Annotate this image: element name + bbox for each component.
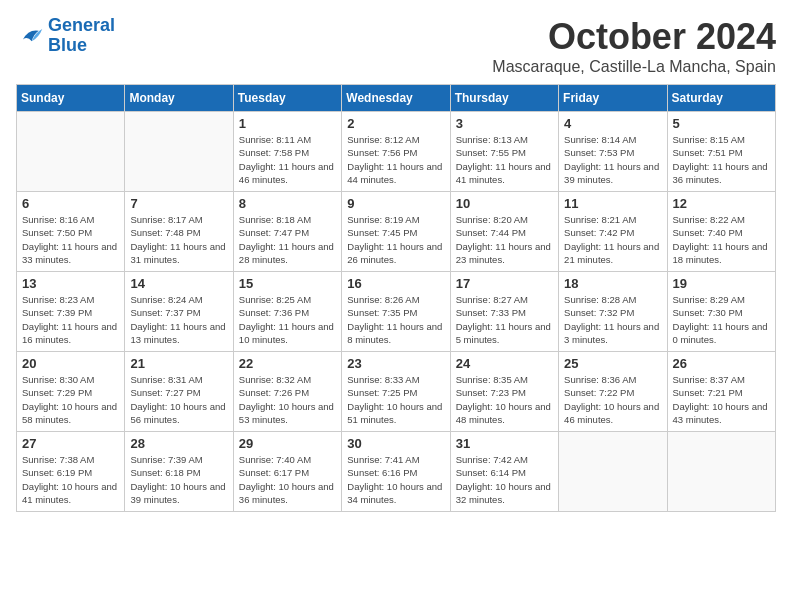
calendar-cell: 1Sunrise: 8:11 AM Sunset: 7:58 PM Daylig… (233, 112, 341, 192)
calendar-cell: 8Sunrise: 8:18 AM Sunset: 7:47 PM Daylig… (233, 192, 341, 272)
calendar-cell: 26Sunrise: 8:37 AM Sunset: 7:21 PM Dayli… (667, 352, 775, 432)
calendar-cell: 14Sunrise: 8:24 AM Sunset: 7:37 PM Dayli… (125, 272, 233, 352)
day-info: Sunrise: 8:37 AM Sunset: 7:21 PM Dayligh… (673, 373, 770, 426)
day-number: 6 (22, 196, 119, 211)
day-info: Sunrise: 7:38 AM Sunset: 6:19 PM Dayligh… (22, 453, 119, 506)
day-number: 15 (239, 276, 336, 291)
calendar-cell: 10Sunrise: 8:20 AM Sunset: 7:44 PM Dayli… (450, 192, 558, 272)
day-info: Sunrise: 8:28 AM Sunset: 7:32 PM Dayligh… (564, 293, 661, 346)
weekday-header: Friday (559, 85, 667, 112)
calendar-cell: 29Sunrise: 7:40 AM Sunset: 6:17 PM Dayli… (233, 432, 341, 512)
calendar-cell: 12Sunrise: 8:22 AM Sunset: 7:40 PM Dayli… (667, 192, 775, 272)
weekday-header: Sunday (17, 85, 125, 112)
day-info: Sunrise: 8:29 AM Sunset: 7:30 PM Dayligh… (673, 293, 770, 346)
day-info: Sunrise: 8:33 AM Sunset: 7:25 PM Dayligh… (347, 373, 444, 426)
day-number: 25 (564, 356, 661, 371)
calendar-cell: 3Sunrise: 8:13 AM Sunset: 7:55 PM Daylig… (450, 112, 558, 192)
day-number: 19 (673, 276, 770, 291)
calendar-cell: 21Sunrise: 8:31 AM Sunset: 7:27 PM Dayli… (125, 352, 233, 432)
day-number: 5 (673, 116, 770, 131)
day-number: 17 (456, 276, 553, 291)
weekday-header-row: SundayMondayTuesdayWednesdayThursdayFrid… (17, 85, 776, 112)
weekday-header: Monday (125, 85, 233, 112)
calendar-cell: 30Sunrise: 7:41 AM Sunset: 6:16 PM Dayli… (342, 432, 450, 512)
month-title: October 2024 (492, 16, 776, 58)
calendar-week-row: 20Sunrise: 8:30 AM Sunset: 7:29 PM Dayli… (17, 352, 776, 432)
day-info: Sunrise: 8:16 AM Sunset: 7:50 PM Dayligh… (22, 213, 119, 266)
calendar-week-row: 27Sunrise: 7:38 AM Sunset: 6:19 PM Dayli… (17, 432, 776, 512)
day-number: 4 (564, 116, 661, 131)
page-header: General Blue October 2024 Mascaraque, Ca… (16, 16, 776, 76)
day-info: Sunrise: 8:32 AM Sunset: 7:26 PM Dayligh… (239, 373, 336, 426)
day-number: 14 (130, 276, 227, 291)
day-number: 13 (22, 276, 119, 291)
logo-text: General Blue (48, 16, 115, 56)
day-number: 29 (239, 436, 336, 451)
day-number: 12 (673, 196, 770, 211)
day-number: 27 (22, 436, 119, 451)
day-info: Sunrise: 8:26 AM Sunset: 7:35 PM Dayligh… (347, 293, 444, 346)
day-info: Sunrise: 8:24 AM Sunset: 7:37 PM Dayligh… (130, 293, 227, 346)
day-info: Sunrise: 7:39 AM Sunset: 6:18 PM Dayligh… (130, 453, 227, 506)
day-number: 2 (347, 116, 444, 131)
day-info: Sunrise: 8:31 AM Sunset: 7:27 PM Dayligh… (130, 373, 227, 426)
day-number: 8 (239, 196, 336, 211)
day-number: 7 (130, 196, 227, 211)
calendar-cell: 19Sunrise: 8:29 AM Sunset: 7:30 PM Dayli… (667, 272, 775, 352)
day-info: Sunrise: 8:11 AM Sunset: 7:58 PM Dayligh… (239, 133, 336, 186)
day-info: Sunrise: 8:23 AM Sunset: 7:39 PM Dayligh… (22, 293, 119, 346)
weekday-header: Tuesday (233, 85, 341, 112)
title-block: October 2024 Mascaraque, Castille-La Man… (492, 16, 776, 76)
day-info: Sunrise: 8:22 AM Sunset: 7:40 PM Dayligh… (673, 213, 770, 266)
day-info: Sunrise: 8:36 AM Sunset: 7:22 PM Dayligh… (564, 373, 661, 426)
calendar-cell: 4Sunrise: 8:14 AM Sunset: 7:53 PM Daylig… (559, 112, 667, 192)
logo-line1: General (48, 15, 115, 35)
calendar-cell: 2Sunrise: 8:12 AM Sunset: 7:56 PM Daylig… (342, 112, 450, 192)
logo-icon (16, 22, 44, 50)
calendar-cell: 7Sunrise: 8:17 AM Sunset: 7:48 PM Daylig… (125, 192, 233, 272)
weekday-header: Wednesday (342, 85, 450, 112)
calendar-cell: 15Sunrise: 8:25 AM Sunset: 7:36 PM Dayli… (233, 272, 341, 352)
calendar-cell: 23Sunrise: 8:33 AM Sunset: 7:25 PM Dayli… (342, 352, 450, 432)
calendar-week-row: 6Sunrise: 8:16 AM Sunset: 7:50 PM Daylig… (17, 192, 776, 272)
day-number: 9 (347, 196, 444, 211)
calendar-cell: 27Sunrise: 7:38 AM Sunset: 6:19 PM Dayli… (17, 432, 125, 512)
location-title: Mascaraque, Castille-La Mancha, Spain (492, 58, 776, 76)
calendar-cell (17, 112, 125, 192)
day-info: Sunrise: 8:18 AM Sunset: 7:47 PM Dayligh… (239, 213, 336, 266)
day-number: 31 (456, 436, 553, 451)
day-info: Sunrise: 7:40 AM Sunset: 6:17 PM Dayligh… (239, 453, 336, 506)
calendar-cell: 22Sunrise: 8:32 AM Sunset: 7:26 PM Dayli… (233, 352, 341, 432)
day-info: Sunrise: 8:13 AM Sunset: 7:55 PM Dayligh… (456, 133, 553, 186)
weekday-header: Thursday (450, 85, 558, 112)
day-number: 18 (564, 276, 661, 291)
day-number: 3 (456, 116, 553, 131)
day-info: Sunrise: 8:17 AM Sunset: 7:48 PM Dayligh… (130, 213, 227, 266)
calendar-cell: 11Sunrise: 8:21 AM Sunset: 7:42 PM Dayli… (559, 192, 667, 272)
calendar-week-row: 1Sunrise: 8:11 AM Sunset: 7:58 PM Daylig… (17, 112, 776, 192)
day-info: Sunrise: 8:15 AM Sunset: 7:51 PM Dayligh… (673, 133, 770, 186)
calendar-table: SundayMondayTuesdayWednesdayThursdayFrid… (16, 84, 776, 512)
day-number: 10 (456, 196, 553, 211)
calendar-cell: 16Sunrise: 8:26 AM Sunset: 7:35 PM Dayli… (342, 272, 450, 352)
calendar-cell: 5Sunrise: 8:15 AM Sunset: 7:51 PM Daylig… (667, 112, 775, 192)
day-info: Sunrise: 8:19 AM Sunset: 7:45 PM Dayligh… (347, 213, 444, 266)
day-info: Sunrise: 8:20 AM Sunset: 7:44 PM Dayligh… (456, 213, 553, 266)
day-number: 21 (130, 356, 227, 371)
calendar-week-row: 13Sunrise: 8:23 AM Sunset: 7:39 PM Dayli… (17, 272, 776, 352)
calendar-cell: 18Sunrise: 8:28 AM Sunset: 7:32 PM Dayli… (559, 272, 667, 352)
day-number: 11 (564, 196, 661, 211)
day-number: 23 (347, 356, 444, 371)
calendar-cell: 28Sunrise: 7:39 AM Sunset: 6:18 PM Dayli… (125, 432, 233, 512)
calendar-cell (559, 432, 667, 512)
calendar-cell: 25Sunrise: 8:36 AM Sunset: 7:22 PM Dayli… (559, 352, 667, 432)
day-number: 1 (239, 116, 336, 131)
day-info: Sunrise: 7:41 AM Sunset: 6:16 PM Dayligh… (347, 453, 444, 506)
logo: General Blue (16, 16, 115, 56)
day-info: Sunrise: 8:25 AM Sunset: 7:36 PM Dayligh… (239, 293, 336, 346)
day-info: Sunrise: 8:27 AM Sunset: 7:33 PM Dayligh… (456, 293, 553, 346)
calendar-cell: 6Sunrise: 8:16 AM Sunset: 7:50 PM Daylig… (17, 192, 125, 272)
day-number: 30 (347, 436, 444, 451)
calendar-cell: 20Sunrise: 8:30 AM Sunset: 7:29 PM Dayli… (17, 352, 125, 432)
calendar-cell: 13Sunrise: 8:23 AM Sunset: 7:39 PM Dayli… (17, 272, 125, 352)
